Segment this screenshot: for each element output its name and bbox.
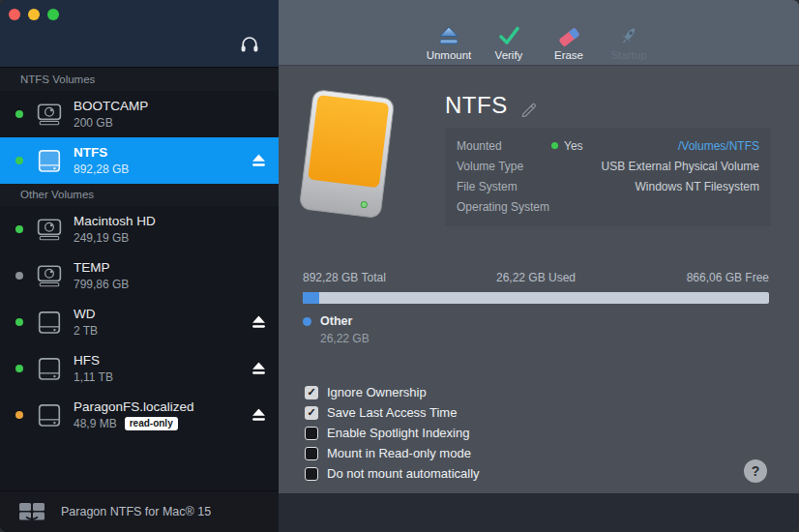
status-dot bbox=[15, 365, 23, 372]
volume-row-ntfs[interactable]: NTFS 892,28 GB bbox=[0, 137, 279, 184]
capacity-free: 866,06 GB Free bbox=[613, 271, 769, 284]
zoom-button[interactable] bbox=[47, 9, 59, 20]
external-drive-large-icon bbox=[290, 88, 402, 229]
rename-pencil-icon[interactable] bbox=[520, 101, 537, 117]
option-mount-read-only[interactable]: Mount in Read-only mode bbox=[305, 446, 480, 460]
option-save-last-access-time[interactable]: ✓ Save Last Access Time bbox=[305, 405, 480, 420]
volume-name: BOOTCAMP bbox=[74, 99, 279, 113]
volume-title-row: NTFS bbox=[445, 92, 537, 119]
checkbox[interactable] bbox=[305, 427, 318, 440]
startup-label: Startup bbox=[610, 49, 646, 61]
volume-size: 200 GB bbox=[74, 116, 279, 130]
eject-icon[interactable] bbox=[252, 363, 266, 375]
info-value: USB External Physical Volume bbox=[551, 160, 759, 173]
option-label: Mount in Read-only mode bbox=[327, 446, 471, 460]
option-label: Ignore Ownership bbox=[327, 385, 427, 399]
minimize-button[interactable] bbox=[28, 9, 40, 20]
volume-size: 892,28 GB bbox=[74, 163, 279, 176]
volume-row-temp[interactable]: TEMP 799,86 GB bbox=[0, 252, 279, 299]
app-window: NTFS Volumes BOOTCAMP 200 GB bbox=[0, 0, 799, 532]
status-dot bbox=[15, 157, 23, 164]
volume-row-wd[interactable]: WD 2 TB bbox=[0, 299, 279, 345]
erase-button[interactable]: Erase bbox=[544, 24, 594, 61]
volume-name: Macintosh HD bbox=[74, 214, 279, 228]
checkbox[interactable] bbox=[305, 467, 318, 481]
volume-info-panel: Mounted Yes /Volumes/NTFS Volume Type US… bbox=[445, 128, 771, 226]
sidebar: NTFS Volumes BOOTCAMP 200 GB bbox=[0, 0, 279, 532]
checkbox[interactable]: ✓ bbox=[305, 386, 318, 399]
toolbar: Unmount Verify Erase bbox=[279, 0, 799, 66]
volume-row-hfs[interactable]: HFS 1,11 TB bbox=[0, 345, 279, 392]
eraser-icon bbox=[556, 24, 581, 47]
internal-drive-icon bbox=[37, 218, 62, 242]
unmount-button[interactable]: Unmount bbox=[424, 24, 474, 61]
capacity-section: 892,28 GB Total 26,22 GB Used 866,06 GB … bbox=[303, 271, 769, 345]
option-label: Do not mount automatically bbox=[327, 466, 480, 481]
checkbox[interactable] bbox=[305, 447, 318, 460]
verify-button[interactable]: Verify bbox=[484, 24, 534, 61]
info-row-file-system: File System Windows NT Filesystem bbox=[457, 176, 759, 196]
option-label: Enable Spotlight Indexing bbox=[327, 426, 469, 440]
volume-size: 48,9 MB bbox=[74, 417, 117, 430]
info-label: Mounted bbox=[457, 139, 551, 153]
capacity-total: 892,28 GB Total bbox=[303, 271, 459, 284]
external-drive-icon bbox=[37, 310, 62, 335]
startup-button[interactable]: Startup bbox=[604, 24, 654, 61]
mounted-status-dot bbox=[551, 142, 558, 149]
external-drive-icon bbox=[37, 403, 62, 428]
sidebar-header bbox=[0, 0, 279, 68]
volume-size: 1,11 TB bbox=[74, 370, 279, 384]
volume-title: NTFS bbox=[445, 92, 508, 119]
mount-point-link[interactable]: /Volumes/NTFS bbox=[583, 139, 759, 153]
mounted-status-text: Yes bbox=[564, 139, 583, 153]
info-label: Operating System bbox=[457, 200, 551, 214]
close-button[interactable] bbox=[9, 9, 20, 20]
eject-icon bbox=[436, 24, 461, 47]
support-headphones-icon[interactable] bbox=[240, 35, 259, 53]
main-pane: Unmount Verify Erase bbox=[279, 0, 799, 532]
status-dot bbox=[15, 110, 23, 118]
legend-size: 26,22 GB bbox=[320, 332, 370, 345]
volume-row-bootcamp[interactable]: BOOTCAMP 200 GB bbox=[0, 91, 279, 137]
volume-size: 799,86 GB bbox=[74, 278, 279, 291]
option-do-not-mount-automatically[interactable]: Do not mount automatically bbox=[305, 466, 480, 481]
capacity-legend: Other 26,22 GB bbox=[303, 314, 769, 345]
volume-name: NTFS bbox=[74, 145, 279, 160]
volume-name: WD bbox=[74, 307, 279, 321]
unmount-label: Unmount bbox=[427, 49, 472, 61]
status-dot bbox=[15, 272, 23, 280]
info-row-operating-system: Operating System bbox=[457, 196, 759, 217]
volume-row-paragonfs[interactable]: ParagonFS.localized 48,9 MB read-only bbox=[0, 392, 279, 438]
status-dot bbox=[15, 318, 23, 326]
capacity-bar-used-fill bbox=[303, 292, 319, 304]
window-controls bbox=[9, 9, 59, 20]
external-drive-icon bbox=[37, 149, 62, 173]
info-row-mounted: Mounted Yes /Volumes/NTFS bbox=[457, 135, 759, 156]
legend-dot bbox=[303, 317, 311, 326]
volume-name: HFS bbox=[74, 353, 279, 368]
internal-drive-icon bbox=[37, 103, 62, 127]
app-brand-label: Paragon NTFS for Mac® 15 bbox=[61, 505, 211, 518]
eject-icon[interactable] bbox=[252, 155, 266, 167]
help-button[interactable]: ? bbox=[744, 459, 767, 483]
external-drive-icon bbox=[37, 357, 62, 381]
paragon-logo-icon bbox=[17, 501, 46, 522]
checkmark-icon bbox=[496, 24, 521, 47]
volume-size: 249,19 GB bbox=[74, 231, 279, 245]
volume-list: NTFS Volumes BOOTCAMP 200 GB bbox=[0, 69, 279, 490]
status-dot bbox=[15, 411, 23, 419]
eject-icon[interactable] bbox=[252, 316, 266, 329]
mount-options: ✓ Ignore Ownership ✓ Save Last Access Ti… bbox=[305, 385, 480, 487]
eject-icon[interactable] bbox=[252, 409, 266, 422]
section-header-other-volumes: Other Volumes bbox=[0, 184, 279, 206]
option-enable-spotlight-indexing[interactable]: Enable Spotlight Indexing bbox=[305, 426, 480, 440]
status-dot bbox=[15, 225, 23, 233]
option-ignore-ownership[interactable]: ✓ Ignore Ownership bbox=[305, 385, 480, 399]
volume-name: TEMP bbox=[74, 260, 279, 275]
read-only-badge: read-only bbox=[125, 417, 178, 430]
checkbox[interactable]: ✓ bbox=[305, 406, 318, 420]
info-label: Volume Type bbox=[457, 160, 551, 173]
volume-row-macintosh-hd[interactable]: Macintosh HD 249,19 GB bbox=[0, 206, 279, 252]
erase-label: Erase bbox=[554, 49, 583, 61]
main-footer-bar bbox=[279, 493, 799, 532]
